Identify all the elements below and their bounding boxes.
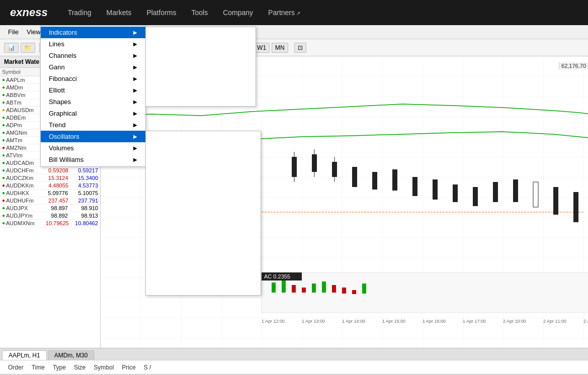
symbol-label: AUDJPYm bbox=[6, 213, 33, 219]
menu-gann[interactable]: Gann ▶ bbox=[41, 61, 145, 73]
status-dot: ● bbox=[2, 190, 6, 196]
toolbar-new-chart[interactable]: 📊 bbox=[4, 43, 19, 53]
insert-dropdown: Indicators ▶ Bollinger Bands Accelerator… bbox=[40, 25, 146, 167]
symbol-label: AUDCHFm bbox=[6, 167, 34, 173]
status-dot: ● bbox=[2, 107, 6, 113]
list-item[interactable]: ●AUDCZKm15.312415.3400 bbox=[0, 174, 100, 182]
osc-tema[interactable]: Triple Exponential Average bbox=[146, 271, 261, 283]
status-dot: ● bbox=[2, 220, 6, 226]
order-col-time: Time bbox=[28, 364, 49, 371]
osc-atr[interactable]: Average True Range bbox=[146, 132, 261, 144]
arrow-icon: ▶ bbox=[133, 53, 137, 58]
osc-stochastic[interactable]: Stochastic Oscillator bbox=[146, 259, 261, 271]
order-col-sl: S / bbox=[140, 364, 155, 371]
symbol-label: ATVIm bbox=[6, 152, 33, 158]
nav-platforms[interactable]: Platforms bbox=[146, 9, 176, 17]
ask-price: 98.910 bbox=[68, 205, 98, 211]
osc-rsi[interactable]: Relative Strength Index bbox=[146, 236, 261, 248]
order-col-size: Size bbox=[70, 364, 90, 371]
arrow-icon: ▶ bbox=[133, 99, 137, 105]
symbol-label: AMZNm bbox=[6, 145, 33, 151]
arrow-icon: ▶ bbox=[133, 134, 137, 139]
list-item[interactable]: ●AUDDKKm4.480554.53773 bbox=[0, 182, 100, 190]
svg-rect-32 bbox=[312, 284, 316, 293]
symbol-label: AUDCZKm bbox=[6, 175, 33, 181]
menu-indicators[interactable]: Indicators ▶ Bollinger Bands Accelerator… bbox=[41, 27, 145, 38]
menu-trend[interactable]: Trend ▶ bbox=[41, 119, 145, 131]
svg-rect-11 bbox=[392, 169, 397, 191]
svg-rect-15 bbox=[473, 187, 478, 206]
ind-accelerator[interactable]: Accelerator Oscillator bbox=[146, 40, 256, 51]
ind-admi[interactable]: Average Directional Movement Index bbox=[146, 74, 256, 93]
toolbar-zoom[interactable]: ⊡ bbox=[294, 43, 306, 53]
menu-fibonacci[interactable]: Fibonacci ▶ bbox=[41, 73, 145, 84]
svg-rect-13 bbox=[433, 179, 438, 200]
svg-rect-34 bbox=[332, 285, 336, 293]
nav-trading[interactable]: Trading bbox=[68, 9, 92, 17]
ind-atr[interactable]: Average True Range bbox=[146, 93, 256, 105]
menu-volumes[interactable]: Volumes ▶ bbox=[41, 142, 145, 154]
chart-tab-amdm[interactable]: AMDm, M30 bbox=[48, 350, 95, 360]
arrow-icon: ▶ bbox=[133, 64, 137, 70]
toolbar-open[interactable]: 📁 bbox=[21, 43, 35, 53]
osc-demarker[interactable]: DeMarker bbox=[146, 178, 261, 190]
svg-text:1 Apr 15:00: 1 Apr 15:00 bbox=[382, 319, 405, 324]
nav-markets[interactable]: Markets bbox=[107, 9, 132, 17]
chart-tab-aaplm[interactable]: AAPLm, H1 bbox=[2, 350, 47, 360]
status-dot: ● bbox=[2, 213, 6, 219]
list-item[interactable]: ●AUDHKX5.097765.10075 bbox=[0, 190, 100, 197]
status-dot: ● bbox=[2, 84, 6, 90]
osc-mao[interactable]: Moving Average of Oscillator bbox=[146, 225, 261, 236]
ind-alligator[interactable]: Alligator bbox=[146, 63, 256, 74]
menu-shapes[interactable]: Shapes ▶ bbox=[41, 96, 145, 108]
menu-lines[interactable]: Lines ▶ bbox=[41, 38, 145, 50]
list-item[interactable]: ●AUDHUFm237.457237.791 bbox=[0, 197, 100, 205]
osc-force[interactable]: Force Index bbox=[146, 190, 261, 202]
osc-momentum[interactable]: Momentum bbox=[146, 213, 261, 225]
list-item[interactable]: ●AUDMXNm10.7962510.80462 bbox=[0, 220, 100, 227]
order-panel-header: Order Time Type Size Symbol Price S / bbox=[0, 360, 588, 374]
chart-price-label: 62,176.70 bbox=[559, 62, 588, 69]
col-symbol-header: Symbol bbox=[2, 69, 33, 75]
osc-macd[interactable]: MACD bbox=[146, 202, 261, 213]
ind-accumulation[interactable]: Accumulation/Distribution bbox=[146, 51, 256, 63]
osc-bears[interactable]: Bears Power bbox=[146, 144, 261, 155]
ind-bollinger[interactable]: Bollinger Bands bbox=[146, 28, 256, 40]
bid-price: 10.79625 bbox=[35, 220, 69, 226]
bid-price: 15.3124 bbox=[33, 175, 68, 181]
arrow-icon: ▶ bbox=[133, 145, 137, 151]
svg-rect-33 bbox=[322, 282, 326, 293]
svg-text:2 Apr 11:00: 2 Apr 11:00 bbox=[543, 319, 566, 324]
status-dot: ● bbox=[2, 167, 6, 173]
svg-text:1 Apr 14:00: 1 Apr 14:00 bbox=[342, 319, 365, 324]
nav-tools[interactable]: Tools bbox=[192, 9, 208, 17]
svg-text:1 Apr 12:00: 1 Apr 12:00 bbox=[262, 319, 285, 324]
arrow-icon: ▶ bbox=[133, 122, 137, 128]
nav-items: Trading Markets Platforms Tools Company … bbox=[68, 9, 300, 17]
bid-price: 98.897 bbox=[33, 205, 68, 211]
bottom-section: AAPLm, H1 AMDm, M30 Order Time Type Size… bbox=[0, 348, 588, 375]
tf-mn[interactable]: MN bbox=[272, 43, 288, 53]
svg-text:AC 0.2355: AC 0.2355 bbox=[264, 273, 290, 279]
osc-wpr[interactable]: Williams' Percent Range bbox=[146, 283, 261, 294]
osc-rvi[interactable]: Relative Vigor Index bbox=[146, 248, 261, 259]
menu-file[interactable]: File bbox=[4, 27, 23, 37]
menu-channels[interactable]: Channels ▶ bbox=[41, 50, 145, 61]
menu-elliott[interactable]: Elliott ▶ bbox=[41, 84, 145, 96]
bid-price: 0.59208 bbox=[34, 167, 68, 173]
order-col-symbol: Symbol bbox=[90, 364, 118, 371]
menu-oscillators[interactable]: Oscillators ▶ Average True Range Bears P… bbox=[41, 131, 145, 142]
list-item[interactable]: ●AUDJPYm98.89298.913 bbox=[0, 212, 100, 220]
svg-rect-18 bbox=[533, 182, 538, 207]
menu-graphical[interactable]: Graphical ▶ bbox=[41, 108, 145, 119]
status-dot: ● bbox=[2, 115, 6, 121]
list-item[interactable]: ●AUDCHFm0.592080.59217 bbox=[0, 167, 100, 174]
nav-partners[interactable]: Partners bbox=[268, 9, 300, 17]
osc-bulls[interactable]: Bulls Power bbox=[146, 155, 261, 167]
oscillators-submenu: Average True Range Bears Power Bulls Pow… bbox=[145, 131, 261, 296]
nav-company[interactable]: Company bbox=[223, 9, 253, 17]
menu-bill-williams[interactable]: Bill Williams ▶ bbox=[41, 154, 145, 165]
symbol-label: AUDJPX bbox=[6, 205, 33, 211]
osc-cci[interactable]: Commodity Channel Index bbox=[146, 167, 261, 178]
list-item[interactable]: ●AUDJPX98.89798.910 bbox=[0, 205, 100, 212]
